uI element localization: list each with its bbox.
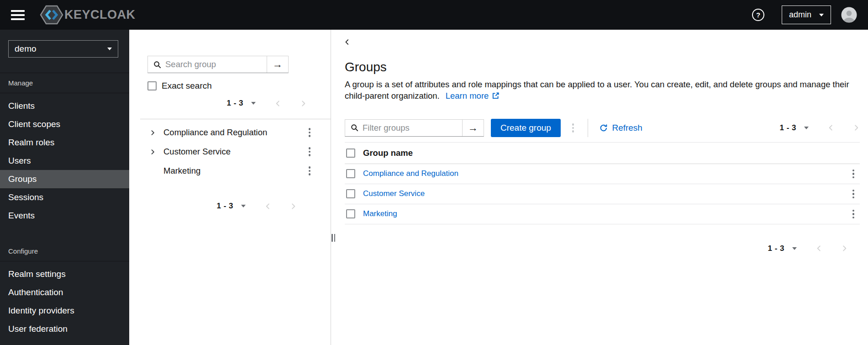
nav-section-manage: Manage xyxy=(0,73,129,93)
page-description-text: A group is a set of attributes and role … xyxy=(345,80,849,101)
help-icon[interactable]: ? xyxy=(752,9,764,21)
groups-toolbar: → Create group Refresh 1 - 3 xyxy=(345,119,860,137)
brand-text: KEYCLOAK xyxy=(64,8,136,22)
user-menu-dropdown[interactable]: admin xyxy=(782,5,831,24)
pagination-next-button[interactable] xyxy=(841,245,848,252)
row-kebab-menu-icon[interactable] xyxy=(850,187,857,201)
pagination-range: 1 - 3 xyxy=(779,123,796,133)
tree-item-label[interactable]: Customer Service xyxy=(163,147,231,157)
chevron-down-icon xyxy=(804,127,809,129)
group-link[interactable]: Marketing xyxy=(363,209,397,218)
sidebar-item-users[interactable]: Users xyxy=(0,152,129,170)
filter-groups-input[interactable] xyxy=(363,123,458,133)
pagination-next-button[interactable] xyxy=(300,100,307,107)
keycloak-hexagon-icon xyxy=(40,5,63,25)
sidebar-item-realm-roles[interactable]: Realm roles xyxy=(0,133,129,152)
pagination-prev-button[interactable] xyxy=(264,203,271,210)
chevron-down-icon xyxy=(251,102,256,105)
main-panel: Groups A group is a set of attributes an… xyxy=(331,30,868,345)
learn-more-link[interactable]: Learn more xyxy=(446,91,500,101)
sidebar-item-authentication[interactable]: Authentication xyxy=(0,283,129,302)
kebab-menu-icon[interactable] xyxy=(306,145,314,159)
masthead: KEYCLOAK ? admin xyxy=(0,0,868,30)
pagination-prev-button[interactable] xyxy=(815,245,822,252)
group-search-box: → xyxy=(147,56,289,73)
tree-item: Compliance and Regulation xyxy=(129,123,331,142)
sidebar-item-realm-settings[interactable]: Realm settings xyxy=(0,265,129,283)
sidebar-item-client-scopes[interactable]: Client scopes xyxy=(0,115,129,133)
exact-search-row: Exact search xyxy=(147,81,331,91)
table-header-row: Group name xyxy=(345,142,860,164)
collapse-drawer-chevron-left-icon[interactable] xyxy=(344,39,350,45)
manage-nav-list: Clients Client scopes Realm roles Users … xyxy=(0,93,129,225)
search-icon xyxy=(153,61,161,69)
create-group-button[interactable]: Create group xyxy=(491,119,561,137)
arrow-right-icon: → xyxy=(468,122,478,134)
column-header-group-name: Group name xyxy=(363,148,413,158)
chevron-down-icon xyxy=(819,14,824,16)
exact-search-label: Exact search xyxy=(162,81,212,91)
tree-pagination-bottom: 1 - 3 xyxy=(129,202,331,211)
realm-selector[interactable]: demo xyxy=(8,40,118,58)
tree-item-label[interactable]: Compliance and Regulation xyxy=(163,127,267,138)
global-nav-toggle-button[interactable] xyxy=(11,10,25,20)
group-link[interactable]: Customer Service xyxy=(363,189,425,198)
pagination-range-toggle[interactable]: 1 - 3 xyxy=(226,99,256,108)
sidebar-item-groups[interactable]: Groups xyxy=(0,170,129,188)
pagination-next-button[interactable] xyxy=(290,203,297,210)
tree-item-label[interactable]: Marketing xyxy=(163,166,200,176)
sidebar-item-clients[interactable]: Clients xyxy=(0,97,129,115)
table-row: Customer Service xyxy=(345,184,860,204)
chevron-down-icon xyxy=(107,48,112,50)
tree-item: Customer Service xyxy=(129,142,331,161)
row-checkbox[interactable] xyxy=(346,169,355,178)
row-kebab-menu-icon[interactable] xyxy=(850,167,857,181)
sidebar-item-user-federation[interactable]: User federation xyxy=(0,320,129,338)
page-description: A group is a set of attributes and role … xyxy=(345,79,858,102)
pagination-range-toggle[interactable]: 1 - 3 xyxy=(216,202,246,211)
exact-search-checkbox[interactable] xyxy=(147,81,157,90)
expand-chevron-icon[interactable] xyxy=(149,130,156,136)
row-kebab-menu-icon[interactable] xyxy=(850,207,857,221)
group-tree-list: Compliance and Regulation Customer Servi… xyxy=(129,119,331,180)
table-pagination-bottom: 1 - 3 xyxy=(345,244,860,253)
page-title: Groups xyxy=(345,60,860,74)
table-row: Marketing xyxy=(345,204,860,224)
expand-chevron-icon[interactable] xyxy=(149,149,156,155)
toolbar-kebab-menu-icon[interactable] xyxy=(569,121,577,135)
pagination-prev-button[interactable] xyxy=(274,100,281,107)
row-checkbox[interactable] xyxy=(346,189,355,198)
filter-groups-submit-button[interactable]: → xyxy=(462,120,484,136)
help-glyph: ? xyxy=(756,11,760,19)
table-pagination-top: 1 - 3 xyxy=(779,123,860,133)
panel-resize-handle[interactable] xyxy=(331,234,335,242)
avatar[interactable] xyxy=(841,7,857,23)
kebab-menu-icon[interactable] xyxy=(306,164,314,178)
kebab-menu-icon[interactable] xyxy=(306,126,314,139)
filter-groups-box: → xyxy=(345,119,484,137)
table-row: Compliance and Regulation xyxy=(345,164,860,184)
sidebar-item-identity-providers[interactable]: Identity providers xyxy=(0,302,129,320)
external-link-icon xyxy=(489,91,500,101)
sidebar-item-events[interactable]: Events xyxy=(0,207,129,225)
pagination-next-button[interactable] xyxy=(853,124,860,131)
sidebar-nav: demo Manage Clients Client scopes Realm … xyxy=(0,30,129,345)
select-all-checkbox[interactable] xyxy=(346,149,355,158)
pagination-range-toggle[interactable]: 1 - 3 xyxy=(779,123,809,133)
pagination-range: 1 - 3 xyxy=(768,244,784,253)
group-search-submit-button[interactable]: → xyxy=(267,56,288,73)
refresh-label: Refresh xyxy=(612,123,642,133)
pagination-range: 1 - 3 xyxy=(216,202,233,211)
group-link[interactable]: Compliance and Regulation xyxy=(363,169,458,178)
toolbar-divider xyxy=(588,119,588,137)
keycloak-logo: KEYCLOAK xyxy=(40,5,136,25)
row-checkbox[interactable] xyxy=(346,209,355,218)
refresh-button[interactable]: Refresh xyxy=(600,123,642,133)
pagination-prev-button[interactable] xyxy=(827,124,834,131)
realm-selector-value: demo xyxy=(15,44,37,54)
learn-more-label: Learn more xyxy=(446,91,489,101)
sidebar-item-sessions[interactable]: Sessions xyxy=(0,188,129,207)
refresh-icon xyxy=(600,124,608,132)
pagination-range-toggle[interactable]: 1 - 3 xyxy=(768,244,797,253)
group-search-input[interactable] xyxy=(165,59,263,69)
